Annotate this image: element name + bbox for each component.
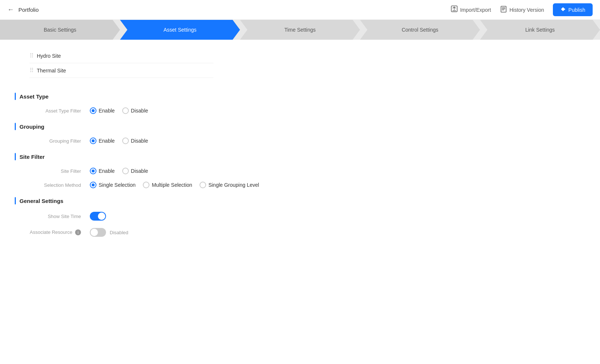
- grouping-disable-radio[interactable]: [122, 138, 129, 144]
- grouping-filter-label: Grouping Filter: [22, 138, 81, 144]
- tab-link-settings-label: Link Settings: [525, 27, 555, 33]
- single-selection-option[interactable]: Single Selection: [90, 182, 135, 188]
- tab-asset-settings-label: Asset Settings: [163, 27, 197, 33]
- grouping-enable-option[interactable]: Enable: [90, 138, 115, 144]
- section-bar: [15, 197, 16, 204]
- associate-resource-row: Associate Resource i Disabled: [15, 228, 585, 237]
- toggle-knob: [91, 229, 98, 236]
- tab-link-settings[interactable]: Link Settings: [480, 20, 600, 40]
- history-icon: [500, 6, 507, 14]
- list-item-text: Thermal Site: [37, 68, 66, 74]
- multiple-selection-label: Multiple Selection: [152, 182, 192, 188]
- asset-type-section-header: Asset Type: [15, 93, 585, 100]
- single-selection-label: Single Selection: [99, 182, 135, 188]
- import-export-label: Import/Export: [460, 7, 491, 13]
- drag-handle-icon[interactable]: ⠿: [29, 52, 33, 59]
- history-version-link[interactable]: History Version: [500, 6, 544, 14]
- asset-type-enable-option[interactable]: Enable: [90, 107, 115, 114]
- publish-icon: [560, 6, 566, 13]
- tab-control-settings[interactable]: Control Settings: [360, 20, 480, 40]
- tab-control-settings-label: Control Settings: [402, 27, 438, 33]
- associate-resource-label: Associate Resource i: [22, 229, 81, 236]
- asset-type-disable-radio[interactable]: [122, 107, 129, 114]
- tab-basic-settings-label: Basic Settings: [44, 27, 77, 33]
- grouping-filter-row: Grouping Filter Enable Disable: [15, 138, 585, 144]
- site-filter-row: Site Filter Enable Disable: [15, 168, 585, 174]
- multiple-selection-option[interactable]: Multiple Selection: [143, 182, 192, 188]
- import-export-icon: [451, 5, 458, 14]
- back-button[interactable]: ←: [7, 6, 14, 14]
- site-filter-section-header: Site Filter: [15, 153, 585, 160]
- list-item: ⠿ Hydro Site: [29, 49, 213, 63]
- associate-resource-info-icon[interactable]: i: [75, 229, 81, 235]
- toggle-knob: [98, 213, 105, 220]
- site-filter-enable-radio[interactable]: [90, 168, 96, 174]
- associate-resource-disabled-text: Disabled: [110, 230, 128, 235]
- section-bar: [15, 123, 16, 130]
- selection-method-row: Selection Method Single Selection Multip…: [15, 182, 585, 188]
- single-grouping-level-radio[interactable]: [200, 182, 206, 188]
- asset-type-disable-option[interactable]: Disable: [122, 107, 148, 114]
- section-bar: [15, 93, 16, 100]
- grouping-section-title: Grouping: [20, 124, 45, 130]
- list-item: ⠿ Thermal Site: [29, 63, 213, 78]
- general-settings-section-header: General Settings: [15, 197, 585, 204]
- asset-type-filter-row: Asset Type Filter Enable Disable: [15, 107, 585, 114]
- page-title: Portfolio: [18, 7, 451, 13]
- show-site-time-toggle-wrap: [90, 212, 106, 221]
- tab-time-settings-label: Time Settings: [284, 27, 315, 33]
- grouping-disable-option[interactable]: Disable: [122, 138, 148, 144]
- show-site-time-toggle[interactable]: [90, 212, 106, 221]
- asset-type-enable-radio[interactable]: [90, 107, 96, 114]
- list-item-text: Hydro Site: [37, 53, 61, 59]
- associate-resource-toggle[interactable]: [90, 228, 106, 237]
- asset-type-section-title: Asset Type: [20, 93, 49, 100]
- selection-method-radio-group: Single Selection Multiple Selection Sing…: [90, 182, 259, 188]
- drag-handle-icon[interactable]: ⠿: [29, 67, 33, 74]
- asset-type-filter-label: Asset Type Filter: [22, 108, 81, 114]
- topbar-actions: Import/Export History Version Publish: [451, 3, 593, 16]
- site-filter-radio-group: Enable Disable: [90, 168, 148, 174]
- import-export-link[interactable]: Import/Export: [451, 5, 491, 14]
- grouping-enable-label: Enable: [99, 138, 115, 144]
- associate-resource-toggle-wrap: Disabled: [90, 228, 128, 237]
- single-grouping-level-label: Single Grouping Level: [208, 182, 259, 188]
- site-filter-section-title: Site Filter: [20, 154, 45, 160]
- grouping-section-header: Grouping: [15, 123, 585, 130]
- single-selection-radio[interactable]: [90, 182, 96, 188]
- tab-basic-settings[interactable]: Basic Settings: [0, 20, 120, 40]
- multiple-selection-radio[interactable]: [143, 182, 149, 188]
- grouping-filter-radio-group: Enable Disable: [90, 138, 148, 144]
- grouping-enable-radio[interactable]: [90, 138, 96, 144]
- selection-method-label: Selection Method: [22, 182, 81, 188]
- asset-type-filter-radio-group: Enable Disable: [90, 107, 148, 114]
- grouping-disable-label: Disable: [131, 138, 148, 144]
- site-filter-disable-option[interactable]: Disable: [122, 168, 148, 174]
- site-filter-enable-label: Enable: [99, 168, 115, 174]
- publish-label: Publish: [568, 7, 585, 13]
- site-filter-disable-label: Disable: [131, 168, 148, 174]
- asset-type-enable-label: Enable: [99, 108, 115, 114]
- site-list: ⠿ Hydro Site ⠿ Thermal Site: [15, 49, 585, 84]
- publish-button[interactable]: Publish: [553, 3, 593, 16]
- svg-rect-1: [501, 6, 506, 12]
- site-filter-enable-option[interactable]: Enable: [90, 168, 115, 174]
- content-area: ⠿ Hydro Site ⠿ Thermal Site Asset Type A…: [0, 40, 600, 364]
- show-site-time-row: Show Site Time: [15, 212, 585, 221]
- tab-asset-settings[interactable]: Asset Settings: [120, 20, 240, 40]
- section-bar: [15, 153, 16, 160]
- show-site-time-label: Show Site Time: [22, 214, 81, 219]
- site-filter-disable-radio[interactable]: [122, 168, 129, 174]
- topbar: ← Portfolio Import/Export History Versio…: [0, 0, 600, 20]
- single-grouping-level-option[interactable]: Single Grouping Level: [200, 182, 259, 188]
- general-settings-section-title: General Settings: [20, 198, 63, 204]
- tab-time-settings[interactable]: Time Settings: [240, 20, 360, 40]
- nav-tabs: Basic Settings Asset Settings Time Setti…: [0, 20, 600, 40]
- history-version-label: History Version: [509, 7, 544, 13]
- site-filter-label: Site Filter: [22, 168, 81, 174]
- asset-type-disable-label: Disable: [131, 108, 148, 114]
